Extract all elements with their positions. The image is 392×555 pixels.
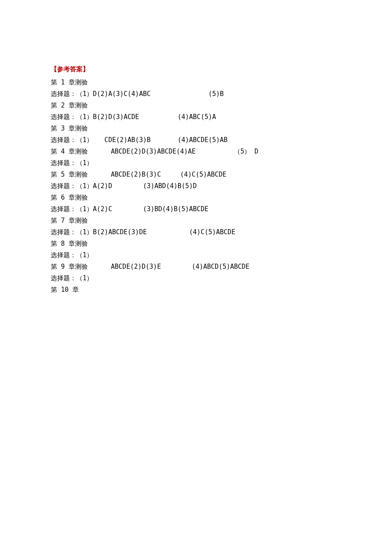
content-line: 选择题：（1） CDE(2)AB(3)B (4)ABCDE(5)AB	[51, 134, 349, 146]
content-line: 选择题：（1）	[51, 157, 349, 169]
content-line: 第 2 章测验	[51, 100, 349, 111]
document-page: 【参考答案】 第 1 章测验 选择题：（1）D(2)A(3)C(4)ABC (5…	[0, 0, 392, 296]
content-line: 选择题：（1）B(2)D(3)ACDE (4)ABC(5)A	[51, 111, 349, 123]
content-line: 第 6 章测验	[51, 192, 349, 203]
content-line: 第 7 章测验	[51, 215, 349, 227]
content-line: 第 8 章测验	[51, 238, 349, 250]
content-line: 第 5 章测验 ABCDE(2)B(3)C (4)C(5)ABCDE	[51, 169, 349, 180]
content-line: 选择题：（1）A(2)C (3)BD(4)B(5)ABCDE	[51, 203, 349, 215]
content-line: 第 9 章测验 ABCDE(2)D(3)E (4)ABCD(5)ABCDE	[51, 261, 349, 273]
content-line: 选择题：（1）A(2)D (3)ABD(4)B(5)D	[51, 180, 349, 192]
content-line: 第 4 章测验 ABCDE(2)D(3)ABCDE(4)AE （5） D	[51, 146, 349, 157]
content-line: 选择题：（1）	[51, 273, 349, 284]
content-line: 选择题：（1）D(2)A(3)C(4)ABC (5)B	[51, 88, 349, 100]
content-line: 第 1 章测验	[51, 77, 349, 88]
content-line: 第 10 章	[51, 284, 349, 296]
content-line: 选择题：（1）	[51, 250, 349, 261]
content-line: 选择题：（1）B(2)ABCDE(3)DE (4)C(5)ABCDE	[51, 227, 349, 238]
answer-key-title: 【参考答案】	[51, 64, 349, 75]
content-line: 第 3 章测验	[51, 123, 349, 134]
